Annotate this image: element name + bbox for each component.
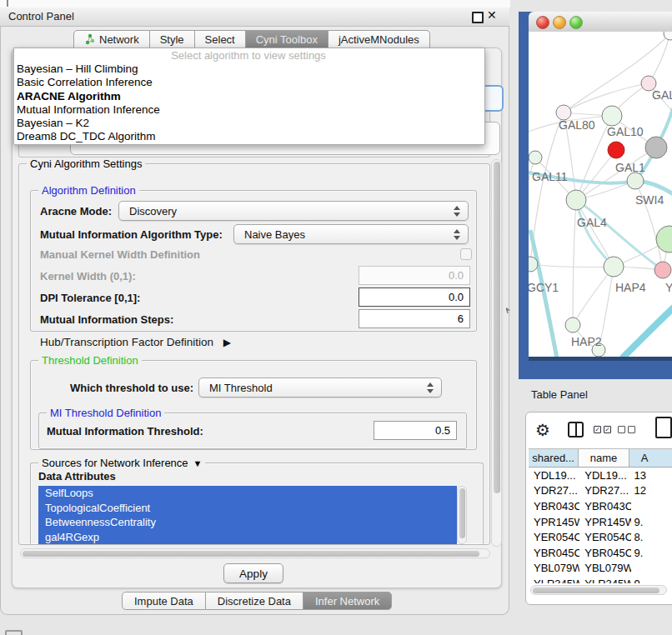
network-node-label: HAP2 — [571, 335, 602, 348]
network-node-label: GCY1 — [529, 281, 559, 294]
network-node-gal10[interactable] — [602, 106, 622, 126]
network-node-swi4[interactable] — [627, 172, 644, 189]
settings-vertical-scrollbar[interactable] — [491, 159, 502, 547]
mi-steps-field[interactable]: 6 — [359, 309, 470, 328]
table-row[interactable]: YBR043CYBR043C — [529, 498, 672, 514]
which-threshold-select[interactable]: MI Threshold — [198, 378, 442, 398]
dpi-tolerance-field[interactable]: 0.0 — [359, 288, 470, 307]
tab-cyni-toolbox[interactable]: Cyni Toolbox — [246, 30, 328, 48]
network-node-gal4[interactable] — [566, 190, 586, 210]
table-cell: 12 — [631, 484, 672, 497]
network-node-y[interactable] — [654, 262, 671, 278]
cyni-algorithm-settings-title: Cyni Algorithm Settings — [27, 158, 145, 170]
network-node[interactable] — [645, 137, 667, 158]
data-attribute-item-selected[interactable]: TopologicalCoefficient — [38, 501, 457, 516]
tab-style[interactable]: Style — [150, 30, 195, 48]
algorithm-option[interactable]: Dream8 DC_TDC Algorithm — [17, 130, 480, 143]
table-cell: YBL079W — [579, 562, 630, 574]
tab-label: Cyni Toolbox — [256, 33, 318, 46]
table-row[interactable]: YLR345WYLR345W9. — [529, 576, 672, 583]
hub-definition-label: Hub/Transcription Factor Definition — [40, 336, 213, 348]
new-file-icon[interactable] — [655, 417, 672, 438]
table-row[interactable]: YDL19...YDL19...13 — [529, 468, 672, 483]
algorithm-list: Bayesian – Hill ClimbingBasic Correlatio… — [17, 62, 480, 144]
network-node-gal1[interactable] — [608, 142, 624, 158]
which-threshold-label: Which threshold to use: — [70, 382, 193, 394]
table-row[interactable]: YER054CYER054C8. — [529, 529, 672, 545]
aracne-mode-select[interactable]: Discovery — [118, 201, 469, 221]
settings-gear-icon[interactable]: ⚙ — [535, 420, 550, 440]
table-cell: 9. — [631, 516, 672, 528]
network-window-titlebar[interactable] — [529, 12, 672, 32]
tab-select[interactable]: Select — [195, 30, 246, 48]
network-node-label: SWI4 — [635, 193, 664, 207]
collapsed-panel-icon[interactable] — [5, 630, 23, 635]
table-cell: YBR045C — [579, 547, 630, 559]
select-all-checkboxes-icon[interactable]: ✓✓ — [594, 426, 611, 433]
table-header: shared...nameA — [529, 448, 672, 468]
which-threshold-value: MI Threshold — [199, 382, 273, 394]
table-row[interactable]: YDR27...YDR27...12 — [529, 483, 672, 499]
network-node-label: GAL4 — [577, 216, 607, 229]
table-cell: YDL19... — [579, 469, 630, 482]
stepper-arrows-icon — [454, 229, 460, 240]
column-header-3[interactable]: A — [629, 449, 672, 467]
splitter-handle[interactable] — [7, 0, 8, 7]
float-window-icon[interactable] — [472, 12, 484, 23]
data-attribute-item-selected[interactable]: SelfLoops — [38, 486, 457, 501]
data-attribute-item-selected[interactable]: gal4RGexp — [38, 530, 457, 545]
bottom-tab-bar: Impute DataDiscretize DataInfer Network — [122, 592, 392, 610]
bottom-tab-infer-network[interactable]: Infer Network — [303, 592, 392, 610]
column-header-2[interactable]: name — [579, 449, 629, 467]
table-row[interactable]: YBR045CYBR045C9. — [529, 545, 672, 561]
table-cell: YER054C — [529, 531, 579, 543]
algorithm-option[interactable]: Mutual Information Inference — [17, 103, 480, 117]
mi-algorithm-type-value: Naive Bayes — [234, 228, 305, 241]
close-icon[interactable]: ✕ — [487, 8, 497, 22]
sources-title: Sources for Network Inference ▼ — [38, 457, 205, 469]
tab-jactivemnodules[interactable]: jActiveMNodules — [328, 30, 430, 48]
table-cell: YPR145W — [529, 516, 579, 528]
table-row[interactable]: YPR145WYPR145W9. — [529, 514, 672, 530]
mi-algorithm-type-select[interactable]: Naive Bayes — [233, 224, 469, 244]
minimize-traffic-light-icon[interactable] — [553, 16, 566, 29]
mi-threshold-field[interactable]: 0.5 — [374, 421, 457, 440]
manual-kernel-width-label: Manual Kernel Width Definition — [40, 248, 200, 261]
column-header-1[interactable]: shared... — [529, 449, 579, 467]
data-attribute-item-selected[interactable]: BetweennessCentrality — [38, 515, 457, 530]
network-node-label: GAL10 — [607, 125, 644, 138]
table-horizontal-scrollbar[interactable] — [530, 585, 667, 595]
aracne-mode-value: Discovery — [119, 205, 177, 218]
algorithm-option[interactable]: Bayesian – Hill Climbing — [17, 62, 480, 76]
manual-kernel-width-checkbox[interactable] — [460, 248, 472, 260]
table-cell: 13 — [631, 469, 672, 482]
aracne-mode-label: Aracne Mode: — [40, 205, 112, 218]
network-node-label: HAP4 — [615, 281, 646, 294]
bottom-tab-impute-data[interactable]: Impute Data — [122, 592, 206, 610]
sources-title-text: Sources for Network Inference — [42, 457, 188, 469]
table-cell: YPR145W — [579, 516, 630, 528]
algorithm-option[interactable]: ARACNE Algorithm — [17, 90, 480, 103]
kernel-width-field[interactable]: 0.0 — [359, 266, 470, 285]
zoom-traffic-light-icon[interactable] — [569, 16, 583, 29]
network-canvas[interactable]: GALGAL80GAL10GAL1GAL11SWI4GAL4GCY1HAP4YH… — [529, 32, 672, 357]
close-traffic-light-icon[interactable] — [536, 16, 549, 29]
bottom-tab-discretize-data[interactable]: Discretize Data — [206, 592, 303, 610]
column-layout-icon[interactable] — [568, 422, 584, 438]
deselect-checkboxes-icon[interactable] — [618, 426, 635, 433]
collapse-down-arrow-icon[interactable]: ▼ — [193, 458, 203, 468]
table-row[interactable]: YBL079WYBL079W — [529, 561, 672, 577]
tab-label: Select — [205, 33, 235, 46]
table-cell: YDL19... — [529, 469, 579, 482]
network-node-gal11[interactable] — [529, 151, 542, 164]
tab-network[interactable]: Network — [73, 30, 150, 48]
mi-steps-label: Mutual Information Steps: — [40, 313, 173, 326]
algorithm-option[interactable]: Basic Correlation Inference — [17, 76, 480, 89]
hub-definition-expander[interactable]: Hub/Transcription Factor Definition ▶ — [40, 336, 231, 348]
algorithm-option[interactable]: Bayesian – K2 — [17, 117, 480, 130]
network-node-hap2[interactable] — [565, 318, 580, 332]
settings-horizontal-scrollbar[interactable] — [20, 548, 490, 558]
attributes-list-scrollbar[interactable] — [457, 486, 467, 544]
apply-button[interactable]: Apply — [223, 563, 283, 583]
network-node-hap4[interactable] — [604, 257, 624, 277]
